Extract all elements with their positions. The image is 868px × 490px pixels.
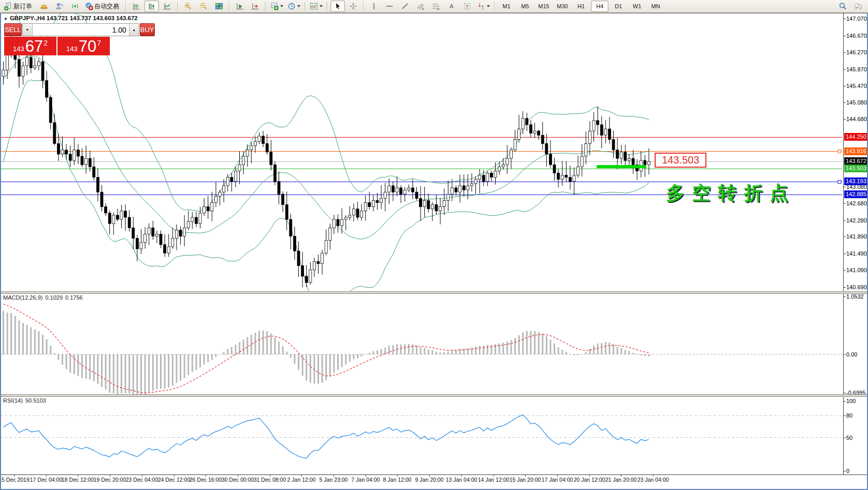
sell-price[interactable]: 143672: [4, 37, 56, 55]
date-tick-mark: [429, 474, 430, 477]
trendline-button[interactable]: [398, 1, 412, 12]
zoomout-icon: [199, 2, 208, 10]
date-tick-mark: [270, 474, 270, 477]
timeframe-m30-button[interactable]: M30: [554, 1, 571, 12]
price-tag-143.916[interactable]: 143.916: [844, 147, 868, 155]
clock-icon: [287, 2, 296, 10]
cursor-icon: [334, 2, 342, 10]
new-order-button[interactable]: 新订单: [3, 1, 36, 12]
pane-separator-macd[interactable]: [0, 291, 868, 294]
indlist-icon: [310, 2, 318, 10]
account-button[interactable]: [52, 1, 67, 12]
signals-button[interactable]: [68, 1, 82, 12]
svg-text:F: F: [438, 8, 440, 11]
one-click-trading-panel: SELL ▼ ▲ BUY 143672 143707: [4, 23, 110, 55]
beacon-icon: [71, 2, 79, 10]
price-callout-label[interactable]: 143.503: [655, 153, 706, 168]
timeframe-m15-button[interactable]: M15: [535, 1, 553, 12]
timeframe-w1-button[interactable]: W1: [628, 1, 646, 12]
buy-button[interactable]: BUY: [140, 23, 155, 36]
crosshair-button[interactable]: [346, 1, 360, 12]
volume-input[interactable]: [33, 24, 129, 36]
date-tick-label: 23 Jan 04:00: [629, 477, 677, 483]
timeframe-m1-button[interactable]: M1: [498, 1, 515, 12]
timeframe-m5-button[interactable]: M5: [516, 1, 534, 12]
arrows-button[interactable]: [475, 1, 491, 12]
price-tag-143.672[interactable]: 143.672: [844, 157, 868, 165]
pane-separator-rsi[interactable]: [0, 394, 868, 397]
buy-price-sup: 7: [97, 39, 101, 47]
price-tick-label: 146.270: [846, 49, 868, 56]
volume-decrease-button[interactable]: ▼: [23, 24, 33, 36]
price-tag-143.193[interactable]: 143.193: [844, 177, 868, 185]
date-tick-mark: [14, 474, 15, 477]
zoom-in-button[interactable]: [181, 1, 195, 12]
candle-icon: [148, 2, 156, 10]
tline-icon: [401, 2, 409, 10]
price-tick-label: 147.070: [846, 15, 868, 22]
macd-pane[interactable]: [0, 293, 868, 394]
linechart-icon: [163, 2, 171, 10]
collapse-arrow-icon[interactable]: ▲: [4, 16, 8, 21]
sell-button[interactable]: SELL: [4, 23, 22, 36]
timeframe-mn-button[interactable]: MN: [647, 1, 664, 12]
tiles-icon: [215, 2, 223, 10]
rsi-label: RSI(14)50.5103: [3, 397, 49, 404]
price-tick-label: 145.080: [846, 99, 868, 106]
line-chart-button[interactable]: [160, 1, 175, 12]
timeframe-h1-button[interactable]: H1: [572, 1, 590, 12]
text-button[interactable]: A: [444, 1, 459, 12]
price-tick-label: 142.680: [846, 200, 868, 207]
date-tick-mark: [653, 474, 654, 477]
search-button[interactable]: [835, 1, 850, 12]
buy-price-prefix: 143: [66, 45, 78, 53]
rsi-axis-label: 50: [846, 434, 868, 441]
fibonacci-button[interactable]: F: [429, 1, 443, 12]
cursor-button[interactable]: [330, 1, 345, 12]
price-tag-142.885[interactable]: 142.885: [844, 190, 868, 198]
date-tick-mark: [78, 474, 78, 477]
svg-text:E: E: [422, 7, 424, 10]
volume-increase-button[interactable]: ▲: [129, 24, 139, 36]
date-tick-mark: [142, 474, 142, 477]
autotrading-button[interactable]: 自动交易: [83, 1, 123, 12]
periodicity-button[interactable]: [286, 1, 302, 12]
price-tick-label: 145.870: [846, 66, 868, 73]
price-tag-144.250[interactable]: 144.250: [844, 133, 868, 141]
shift-icon: [251, 2, 259, 10]
indicators-list-button[interactable]: [308, 1, 324, 12]
textT-icon: T: [463, 2, 471, 10]
autotrading-button-label: 自动交易: [94, 2, 119, 11]
candlestick-chart-button[interactable]: [144, 1, 159, 12]
price-tag-143.503[interactable]: 143.503: [844, 165, 868, 172]
timeframe-h4-button[interactable]: H4: [591, 1, 609, 12]
textA-icon: A: [447, 2, 456, 10]
turning-point-annotation[interactable]: 多空转折点: [666, 181, 795, 206]
date-axis-border: [0, 474, 868, 475]
vertical-line-button[interactable]: [367, 1, 381, 12]
main-chart-pane[interactable]: [0, 13, 868, 291]
chart-shift-button[interactable]: [248, 1, 263, 12]
channel-icon: E: [416, 2, 425, 10]
equidistant-channel-button[interactable]: E: [413, 1, 428, 12]
toolbar: 新订单自动交易EFATM1M5M15M30H1H4D1W1MN: [0, 0, 868, 13]
timeframe-d1-button[interactable]: D1: [610, 1, 627, 12]
new-chart-button[interactable]: [269, 1, 285, 12]
gold-badge-button[interactable]: [37, 1, 51, 12]
zoom-out-button[interactable]: [196, 1, 211, 12]
highlight-segment[interactable]: [597, 165, 646, 168]
horizontal-line-button[interactable]: [382, 1, 397, 12]
symbol-ohlc-text: GBPJPY-,H4 143.721 143.737 143.603 143.6…: [10, 15, 138, 21]
buy-price-main: 70: [79, 39, 96, 54]
rsi-pane[interactable]: [0, 396, 868, 474]
sell-price-sup: 2: [44, 39, 48, 47]
sell-price-prefix: 143: [13, 45, 24, 53]
date-tick-mark: [589, 474, 590, 477]
buy-price[interactable]: 143707: [57, 37, 110, 55]
chat-button[interactable]: [851, 1, 865, 12]
bar-chart-button[interactable]: [129, 1, 143, 12]
tile-windows-button[interactable]: [212, 1, 226, 12]
text-label-button[interactable]: T: [460, 1, 474, 12]
person-icon: [55, 2, 64, 10]
auto-scroll-button[interactable]: [233, 1, 247, 12]
